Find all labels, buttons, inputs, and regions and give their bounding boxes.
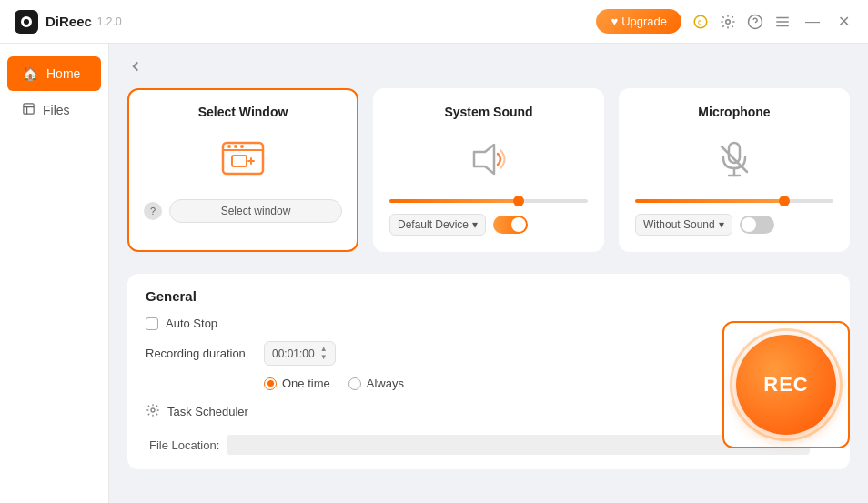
- app-version: 1.2.0: [97, 15, 122, 28]
- duration-up-arrow[interactable]: ▲: [320, 346, 328, 353]
- gear-icon: [146, 403, 160, 420]
- rec-button[interactable]: REC: [736, 335, 836, 435]
- microphone-title: Microphone: [635, 105, 833, 119]
- chevron-down-icon: ▾: [719, 218, 724, 231]
- home-icon: 🏠: [22, 65, 39, 82]
- sound-icon: [389, 130, 588, 188]
- radio-one-time-circle: [264, 377, 277, 390]
- svg-point-15: [234, 145, 237, 148]
- svg-point-14: [227, 145, 231, 148]
- minimize-button[interactable]: —: [802, 12, 823, 32]
- mic-slider-thumb: [779, 196, 790, 206]
- app-logo: [15, 10, 38, 34]
- titlebar-actions: ♥ Upgrade 6 — ✕: [596, 9, 853, 34]
- titlebar: DiReec 1.2.0 ♥ Upgrade 6 — ✕: [0, 0, 868, 44]
- auto-stop-checkbox[interactable]: [146, 317, 158, 330]
- help-circle-icon[interactable]: ?: [144, 202, 162, 220]
- auto-stop-label: Auto Stop: [166, 317, 217, 330]
- svg-rect-9: [24, 104, 34, 114]
- radio-always-circle: [348, 377, 361, 390]
- content-area: Select Window ? Select window: [109, 44, 868, 503]
- app-name: DiReec: [45, 14, 92, 29]
- sidebar: 🏠 Home Files: [0, 44, 109, 503]
- sidebar-item-files[interactable]: Files: [7, 93, 101, 127]
- help-icon[interactable]: [747, 14, 763, 30]
- select-window-title: Select Window: [144, 105, 342, 119]
- select-window-footer: ? Select window: [144, 199, 342, 223]
- mic-icon: [635, 130, 833, 188]
- svg-point-23: [151, 408, 155, 412]
- coin-icon[interactable]: 6: [692, 14, 709, 30]
- radio-always[interactable]: Always: [348, 377, 404, 390]
- recording-duration-label: Recording duration: [146, 347, 255, 360]
- svg-text:6: 6: [698, 18, 701, 26]
- microphone-card: Microphone: [619, 88, 850, 252]
- system-sound-card: System Sound Default De: [373, 88, 604, 252]
- source-cards: Select Window ? Select window: [127, 88, 850, 252]
- mic-slider-fill: [635, 199, 784, 203]
- microphone-dropdown[interactable]: Without Sound ▾: [635, 214, 732, 236]
- menu-icon[interactable]: [774, 14, 791, 30]
- duration-arrows: ▲ ▼: [320, 346, 328, 361]
- toggle-knob: [742, 217, 756, 232]
- svg-point-1: [24, 19, 29, 25]
- system-sound-toggle[interactable]: [493, 216, 528, 234]
- microphone-controls: Without Sound ▾: [635, 214, 833, 236]
- select-window-button[interactable]: Select window: [169, 199, 342, 223]
- sidebar-item-home[interactable]: 🏠 Home: [7, 56, 101, 91]
- svg-point-16: [240, 145, 244, 148]
- rec-panel: REC: [722, 321, 850, 448]
- back-button[interactable]: [127, 58, 144, 77]
- volume-slider[interactable]: [389, 199, 588, 203]
- select-window-card[interactable]: Select Window ? Select window: [127, 88, 358, 252]
- toggle-knob: [511, 217, 526, 232]
- rec-label: REC: [763, 373, 808, 397]
- slider-thumb: [513, 196, 524, 206]
- heart-icon: ♥: [611, 15, 618, 28]
- svg-marker-18: [474, 145, 494, 174]
- settings-icon[interactable]: [720, 14, 736, 30]
- radio-dot: [267, 380, 274, 387]
- svg-point-4: [726, 19, 731, 24]
- system-sound-title: System Sound: [389, 105, 588, 119]
- main-layout: 🏠 Home Files Select Window: [0, 44, 868, 503]
- microphone-toggle[interactable]: [740, 216, 774, 234]
- mic-volume-slider[interactable]: [635, 199, 833, 203]
- radio-one-time[interactable]: One time: [264, 377, 330, 390]
- slider-track: [389, 199, 588, 203]
- svg-rect-17: [232, 156, 247, 166]
- slider-fill: [389, 199, 519, 203]
- system-sound-dropdown[interactable]: Default Device ▾: [389, 214, 486, 236]
- general-title: General: [146, 288, 832, 304]
- window-icon: [144, 130, 342, 188]
- upgrade-button[interactable]: ♥ Upgrade: [596, 9, 681, 34]
- duration-down-arrow[interactable]: ▼: [320, 354, 328, 361]
- close-button[interactable]: ✕: [834, 11, 853, 32]
- files-icon: [22, 102, 35, 118]
- file-location-label: File Location:: [149, 438, 219, 452]
- recording-duration-input[interactable]: 00:01:00 ▲ ▼: [264, 341, 336, 366]
- system-sound-controls: Default Device ▾: [389, 214, 588, 236]
- chevron-down-icon: ▾: [472, 218, 478, 231]
- task-scheduler-label[interactable]: Task Scheduler: [167, 405, 248, 418]
- mic-slider-track: [635, 199, 833, 203]
